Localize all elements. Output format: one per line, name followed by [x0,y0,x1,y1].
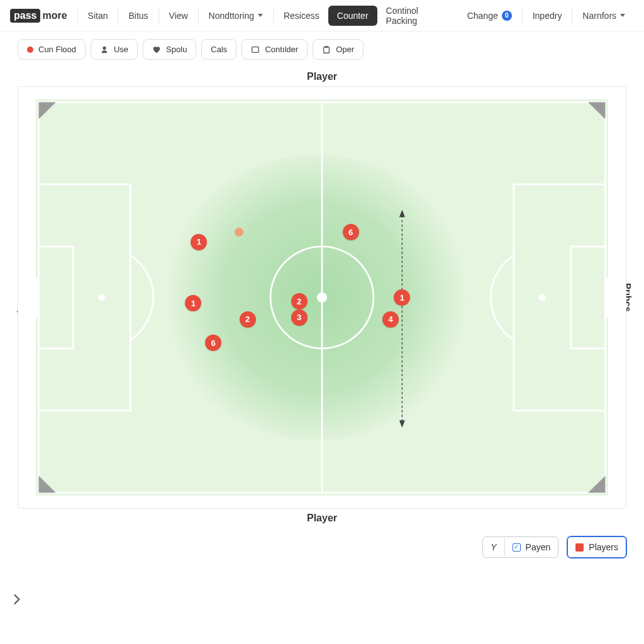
pitch-container: Player Pleeınees Prıbcs [18,67,626,528]
legend-label-cell: Players [568,537,626,557]
player-token[interactable]: 6 [205,335,221,351]
nav-label: View [169,11,188,21]
nav-divider [158,7,159,25]
filter-use[interactable]: Use [91,39,138,60]
nav-bitus[interactable]: Bitus [119,6,157,26]
svg-point-9 [98,294,105,301]
svg-point-6 [317,292,327,303]
player-token[interactable]: 4 [382,311,399,328]
drawer-toggle[interactable] [11,592,23,609]
nav-divider [522,7,523,25]
pitch-canvas[interactable]: 1 1 2 6 2 3 6 1 4 [18,86,626,509]
token-number: 1 [197,237,201,247]
nav-continol-packing[interactable]: Continol Packing [377,1,458,31]
svg-marker-20 [399,210,405,218]
nav-nondttoring[interactable]: Nondttoring [200,6,272,26]
legend-payen[interactable]: Y Payen [482,536,558,558]
nav-divider [118,7,118,25]
svg-rect-0 [252,47,259,52]
nav-label: Inpedry [533,11,562,21]
box-icon [251,45,260,54]
svg-point-13 [539,294,546,301]
token-number: 2 [297,297,301,306]
token-number: 1 [191,299,196,308]
filter-cun-flood[interactable]: Cun Flood [18,39,86,60]
svg-rect-10 [36,278,39,318]
chip-label: Oper [336,45,354,54]
checkbox-icon[interactable] [513,543,521,552]
svg-rect-14 [605,278,608,318]
filter-oper[interactable]: Oper [313,39,364,60]
player-token[interactable]: 1 [185,295,201,311]
nav-divider [572,7,572,25]
axis-label-top: Player [18,67,626,86]
svg-rect-1 [324,47,330,53]
svg-marker-21 [399,420,405,428]
user-icon [100,45,109,54]
nav-label: Counter [337,11,369,21]
player-token[interactable]: 3 [291,309,308,326]
nav-label: Nondttoring [209,11,254,21]
nav-divider [198,7,199,25]
legend-players[interactable]: Players [567,536,626,558]
svg-marker-18 [588,476,605,493]
nav-label: Resicess [284,11,319,21]
logo-text: more [42,10,67,21]
filter-spolu[interactable]: Spolu [143,39,196,60]
legend-row: Y Payen Players [0,528,644,567]
player-token[interactable]: 2 [240,311,256,328]
token-number: 4 [389,314,393,324]
filter-contilder[interactable]: Contılder [242,39,308,60]
player-token[interactable]: 1 [191,234,207,250]
logo-mark: pass [10,9,40,23]
nav-inpedry[interactable]: Inpedry [524,6,571,26]
chip-label: Use [114,45,128,54]
token-ghost [235,228,243,236]
nav-label: Change [467,11,498,21]
svg-marker-15 [39,103,56,119]
token-number: 3 [297,313,301,322]
player-token[interactable]: 2 [291,293,308,309]
player-token[interactable]: 1 [394,289,410,306]
top-nav: pass more Sitan Bitus View Nondttoring R… [0,0,644,31]
chip-label: Contılder [265,45,298,54]
nav-label: Continol Packing [386,6,450,26]
nav-narnfors[interactable]: Narnfors [574,6,634,26]
pitch-lines [36,99,608,496]
svg-rect-2 [325,46,328,48]
color-swatch-icon [575,543,584,552]
legend-letter-text: Y [491,542,496,552]
legend-label: Players [589,542,618,552]
axis-label-bottom: Player [18,509,626,528]
chevron-down-icon [620,14,625,17]
nav-sitan[interactable]: Sitan [79,6,117,26]
dot-icon [27,47,33,53]
chevron-right-icon [11,592,23,608]
logo[interactable]: pass more [10,9,76,23]
nav-counter[interactable]: Counter [328,6,377,26]
nav-view[interactable]: View [160,6,197,26]
nav-divider [273,7,274,25]
svg-rect-12 [571,247,606,348]
svg-rect-11 [514,184,606,411]
legend-label-cell: Payen [505,537,558,557]
nav-label: Sitan [88,11,108,21]
nav-resicess[interactable]: Resicess [275,6,328,26]
svg-rect-7 [39,184,131,411]
svg-marker-17 [39,476,56,493]
chip-label: Cun Flood [38,45,76,54]
badge: 0 [502,11,512,21]
chip-label: Spolu [166,45,187,54]
nav-label: Narnfors [582,11,616,21]
token-number: 1 [400,293,404,303]
chip-label: Cals [211,45,227,54]
heart-icon [152,45,161,54]
player-token[interactable]: 6 [343,224,359,240]
svg-rect-8 [39,247,74,348]
token-number: 6 [348,228,353,237]
nav-change[interactable]: Change 0 [458,6,521,26]
nav-divider [77,7,78,25]
svg-marker-16 [588,103,605,119]
nav-label: Bitus [128,11,148,21]
filter-cals[interactable]: Cals [201,39,236,60]
